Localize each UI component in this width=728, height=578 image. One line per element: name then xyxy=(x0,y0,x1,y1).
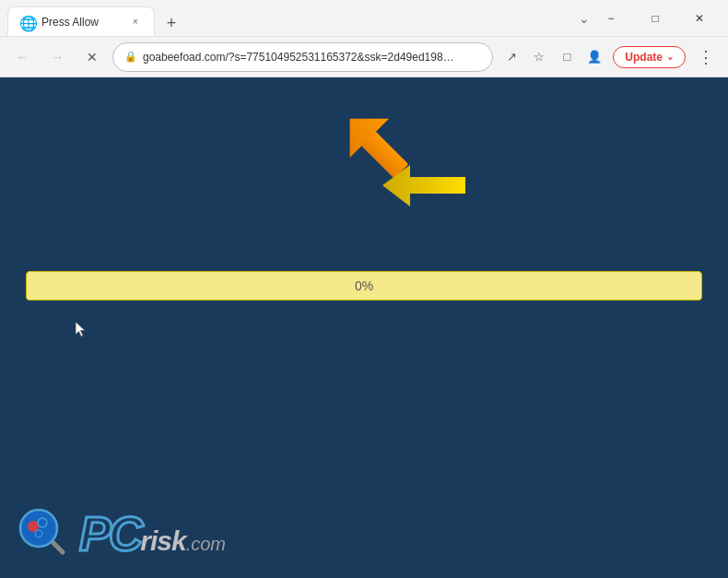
tab-favicon: 🌐 xyxy=(19,15,34,29)
logo-icon xyxy=(18,508,70,560)
forward-arrow-icon: → xyxy=(51,50,64,65)
update-chevron-icon: ⌄ xyxy=(666,52,674,62)
arrows-area xyxy=(309,105,456,216)
bookmark-button[interactable]: ☆ xyxy=(526,44,552,70)
minimize-button[interactable]: − xyxy=(590,4,632,33)
share-button[interactable]: ↗ xyxy=(499,44,524,70)
update-label: Update xyxy=(625,51,663,64)
svg-line-7 xyxy=(53,542,63,552)
extension-icon: □ xyxy=(563,50,570,64)
tab-close-button[interactable]: × xyxy=(128,15,143,29)
tab-title: Press Allow xyxy=(41,16,121,29)
chevron-down-icon[interactable]: ⌄ xyxy=(579,11,590,26)
logo-risk-text: risk xyxy=(140,527,185,555)
logo-text-area: PC risk .com xyxy=(79,510,226,558)
reload-icon: ✕ xyxy=(87,50,98,65)
profile-button[interactable]: 👤 xyxy=(581,44,607,70)
url-text: goabeefoad.com/?s=775104952531165372&ssk… xyxy=(143,51,459,64)
browser-menu-button[interactable]: ⋮ xyxy=(691,42,721,72)
window-controls: − □ ✕ xyxy=(590,4,721,33)
logo-pc-risk-line: PC risk .com xyxy=(79,510,226,558)
address-action-icons: ↗ ☆ □ 👤 xyxy=(499,44,607,70)
titlebar: 🌐 Press Allow × + ⌄ − □ ✕ xyxy=(0,0,728,37)
profile-icon: 👤 xyxy=(587,50,602,64)
addressbar: ← → ✕ 🔒 goabeefoad.com/?s=77510495253116… xyxy=(0,37,728,77)
svg-point-6 xyxy=(35,530,42,537)
logo-com-text: .com xyxy=(186,535,226,553)
mouse-cursor xyxy=(76,322,87,338)
close-button[interactable]: ✕ xyxy=(678,4,721,33)
tab-area: 🌐 Press Allow × + xyxy=(7,0,579,36)
yellow-left-arrow-icon xyxy=(382,160,465,211)
progress-text: 0% xyxy=(355,278,373,293)
menu-dots-icon: ⋮ xyxy=(698,47,714,67)
extension-button[interactable]: □ xyxy=(554,44,580,70)
pcrisk-logo: PC risk .com xyxy=(18,508,226,560)
maximize-button[interactable]: □ xyxy=(634,4,676,33)
back-button[interactable]: ← xyxy=(7,42,37,72)
forward-button[interactable]: → xyxy=(42,42,72,72)
svg-point-5 xyxy=(38,518,47,527)
address-bar[interactable]: 🔒 goabeefoad.com/?s=775104952531165372&s… xyxy=(112,42,493,72)
back-arrow-icon: ← xyxy=(16,50,29,65)
star-icon: ☆ xyxy=(534,50,545,64)
logo-pc-text: PC xyxy=(79,510,140,558)
svg-marker-2 xyxy=(382,165,465,206)
progress-bar-container: 0% xyxy=(26,271,702,301)
chevron-area: ⌄ xyxy=(579,11,590,26)
update-button[interactable]: Update ⌄ xyxy=(613,46,686,68)
new-tab-button[interactable]: + xyxy=(159,10,184,36)
share-icon: ↗ xyxy=(507,50,517,64)
progress-bar: 0% xyxy=(26,271,702,301)
lock-icon: 🔒 xyxy=(124,51,137,63)
webpage-content: 0% PC risk .com xyxy=(0,77,728,578)
active-tab[interactable]: 🌐 Press Allow × xyxy=(7,6,155,36)
reload-button[interactable]: ✕ xyxy=(77,42,107,72)
